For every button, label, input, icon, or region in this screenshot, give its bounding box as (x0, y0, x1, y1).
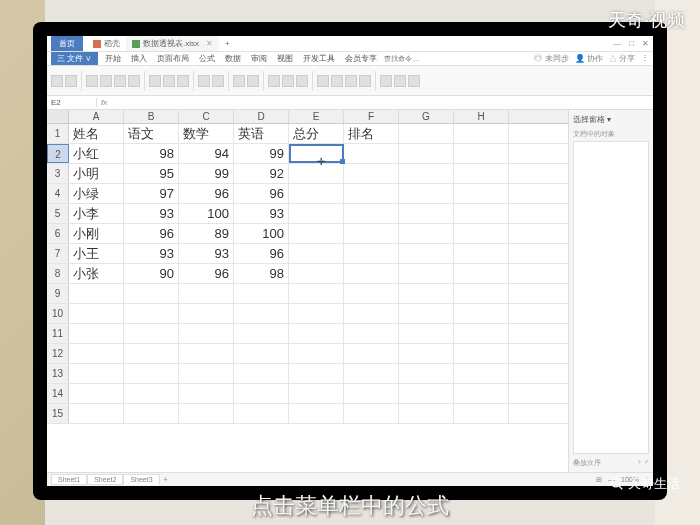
cell-E9[interactable] (289, 284, 344, 303)
cell-B10[interactable] (124, 304, 179, 323)
cell-A11[interactable] (69, 324, 124, 343)
file-menu[interactable]: 三 文件 ∨ (51, 52, 98, 65)
cell-D11[interactable] (234, 324, 289, 343)
maximize-button[interactable]: □ (629, 39, 634, 48)
cell-C3[interactable]: 99 (179, 164, 234, 183)
cell-A12[interactable] (69, 344, 124, 363)
wrap-icon[interactable] (198, 75, 210, 87)
cell-A14[interactable] (69, 384, 124, 403)
cell-G11[interactable] (399, 324, 454, 343)
cell-C13[interactable] (179, 364, 234, 383)
col-header-H[interactable]: H (454, 110, 509, 123)
cell-B13[interactable] (124, 364, 179, 383)
col-header-F[interactable]: F (344, 110, 399, 123)
cell-H4[interactable] (454, 184, 509, 203)
cell-D3[interactable]: 92 (234, 164, 289, 183)
cell-D13[interactable] (234, 364, 289, 383)
menu-开发工具[interactable]: 开发工具 (298, 53, 340, 64)
cell-A8[interactable]: 小张 (69, 264, 124, 283)
cell-H10[interactable] (454, 304, 509, 323)
cell-B14[interactable] (124, 384, 179, 403)
cell-G5[interactable] (399, 204, 454, 223)
cell-D9[interactable] (234, 284, 289, 303)
cell-E1[interactable]: 总分 (289, 124, 344, 143)
pane-title[interactable]: 选择窗格 ▾ (573, 114, 649, 125)
col-header-D[interactable]: D (234, 110, 289, 123)
menu-视图[interactable]: 视图 (272, 53, 298, 64)
cell-G8[interactable] (399, 264, 454, 283)
collab-button[interactable]: 👤 协作 (575, 53, 603, 64)
menu-会员专享[interactable]: 会员专享 (340, 53, 382, 64)
cell-H12[interactable] (454, 344, 509, 363)
cell-E5[interactable] (289, 204, 344, 223)
sheet-tab-Sheet2[interactable]: Sheet2 (87, 474, 123, 485)
menu-页面布局[interactable]: 页面布局 (152, 53, 194, 64)
cell-F3[interactable] (344, 164, 399, 183)
sum-icon[interactable] (268, 75, 280, 87)
visibility-toggles[interactable]: ♀ ♂ (637, 458, 649, 468)
cell-E14[interactable] (289, 384, 344, 403)
cell-A7[interactable]: 小王 (69, 244, 124, 263)
sheet-tab-Sheet1[interactable]: Sheet1 (51, 474, 87, 485)
find-icon[interactable] (394, 75, 406, 87)
cell-F10[interactable] (344, 304, 399, 323)
row-header-10[interactable]: 10 (47, 304, 69, 323)
cell-A2[interactable]: 小红 (69, 144, 124, 163)
cell-F2[interactable] (344, 144, 399, 163)
share-button[interactable]: △ 分享 (609, 53, 635, 64)
cell-E7[interactable] (289, 244, 344, 263)
fx-label[interactable]: fx (97, 98, 111, 107)
row-col-icon[interactable] (331, 75, 343, 87)
cell-C9[interactable] (179, 284, 234, 303)
sync-status[interactable]: ◎ 未同步 (534, 53, 568, 64)
cell-G2[interactable] (399, 144, 454, 163)
italic-icon[interactable] (128, 75, 140, 87)
cell-A1[interactable]: 姓名 (69, 124, 124, 143)
align-left-icon[interactable] (149, 75, 161, 87)
cell-G9[interactable] (399, 284, 454, 303)
cell-B1[interactable]: 语文 (124, 124, 179, 143)
cell-C8[interactable]: 96 (179, 264, 234, 283)
cell-H9[interactable] (454, 284, 509, 303)
cell-F12[interactable] (344, 344, 399, 363)
cell-E6[interactable] (289, 224, 344, 243)
cell-F15[interactable] (344, 404, 399, 423)
close-icon[interactable]: ✕ (206, 39, 213, 48)
menu-开始[interactable]: 开始 (100, 53, 126, 64)
sheet-tab-Sheet3[interactable]: Sheet3 (123, 474, 159, 485)
cell-B2[interactable]: 98 (124, 144, 179, 163)
cell-H8[interactable] (454, 264, 509, 283)
col-header-B[interactable]: B (124, 110, 179, 123)
cell-H6[interactable] (454, 224, 509, 243)
cell-D12[interactable] (234, 344, 289, 363)
filter-icon[interactable] (282, 75, 294, 87)
cell-H2[interactable] (454, 144, 509, 163)
cell-E10[interactable] (289, 304, 344, 323)
menu-审阅[interactable]: 审阅 (246, 53, 272, 64)
menu-数据[interactable]: 数据 (220, 53, 246, 64)
cell-C2[interactable]: 94 (179, 144, 234, 163)
cell-G4[interactable] (399, 184, 454, 203)
paste-icon[interactable] (51, 75, 63, 87)
cell-H11[interactable] (454, 324, 509, 343)
cell-F5[interactable] (344, 204, 399, 223)
col-header-G[interactable]: G (399, 110, 454, 123)
row-header-15[interactable]: 15 (47, 404, 69, 423)
row-header-4[interactable]: 4 (47, 184, 69, 203)
cell-D6[interactable]: 100 (234, 224, 289, 243)
cell-F13[interactable] (344, 364, 399, 383)
conditional-format-icon[interactable] (233, 75, 245, 87)
cell-D5[interactable]: 93 (234, 204, 289, 223)
symbol-icon[interactable] (408, 75, 420, 87)
number-format-icon[interactable] (212, 75, 224, 87)
cell-G12[interactable] (399, 344, 454, 363)
freeze-icon[interactable] (359, 75, 371, 87)
cell-C4[interactable]: 96 (179, 184, 234, 203)
cell-C15[interactable] (179, 404, 234, 423)
bold-icon[interactable] (114, 75, 126, 87)
cell-B3[interactable]: 95 (124, 164, 179, 183)
menu-公式[interactable]: 公式 (194, 53, 220, 64)
cell-G13[interactable] (399, 364, 454, 383)
cell-B7[interactable]: 93 (124, 244, 179, 263)
cell-E12[interactable] (289, 344, 344, 363)
